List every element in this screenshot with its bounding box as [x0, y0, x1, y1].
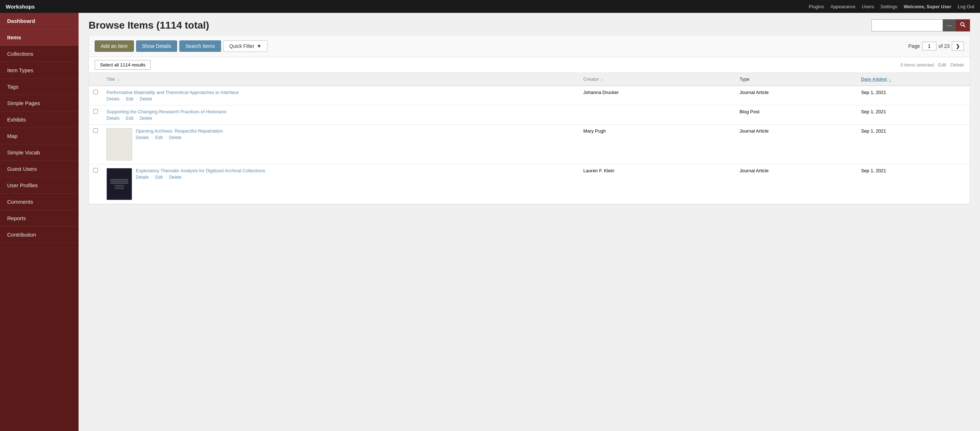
row-date-cell: Sep 1, 2021 [857, 105, 970, 125]
date-sort-link[interactable]: Date Added ↕ [861, 77, 891, 82]
sep: · [136, 96, 137, 102]
layout: Dashboard Items Collections Item Types T… [0, 13, 980, 431]
item-title-link[interactable]: Performative Materiality and Theoretical… [107, 90, 239, 95]
sidebar-item-items[interactable]: Items [0, 29, 79, 46]
table-row: DigitizedArchival Exploratory Thematic A… [89, 164, 970, 204]
search-items-button[interactable]: Search Items [179, 40, 221, 52]
sidebar-item-simple-vocab[interactable]: Simple Vocab [0, 144, 79, 161]
item-actions: Details · Edit · Delete [136, 175, 265, 180]
item-edit-link[interactable]: Edit [126, 116, 134, 121]
bulk-edit-link[interactable]: Edit [938, 62, 946, 67]
items-table: Title ↕ Creator ↕ Type Date Added ↕ [89, 73, 970, 204]
svg-point-0 [961, 22, 964, 26]
table-row: Supporting the Changing Research Practic… [89, 105, 970, 125]
item-delete-link[interactable]: Delete [169, 175, 181, 180]
item-title-link[interactable]: Exploratory Thematic Analysis for Digiti… [136, 168, 265, 173]
title-sort-arrows: ↕ [118, 77, 119, 81]
row-checkbox[interactable] [93, 109, 98, 113]
sep: · [122, 116, 123, 121]
row-date-cell: Sep 1, 2021 [857, 125, 970, 164]
sidebar-item-tags[interactable]: Tags [0, 79, 79, 95]
add-item-button[interactable]: Add an Item [95, 40, 134, 52]
creator-sort-link[interactable]: Creator ↕ [583, 77, 603, 82]
sidebar-item-reports[interactable]: Reports [0, 210, 79, 227]
row-creator-cell: Mary Pugh [579, 125, 735, 164]
header-date-col: Date Added ↕ [857, 73, 970, 86]
sidebar-item-item-types[interactable]: Item Types [0, 62, 79, 79]
quick-filter-button[interactable]: Quick Filter ▼ [223, 40, 268, 52]
creator-sort-arrows: ↕ [601, 77, 603, 81]
search-options-button[interactable]: ⋯ [943, 19, 956, 32]
select-all-button[interactable]: Select all 1114 results [95, 60, 151, 70]
row-date-cell: Sep 1, 2021 [857, 164, 970, 204]
row-title-cell: Opening Archives: Respectful Repatriatio… [102, 125, 579, 164]
item-details-link[interactable]: Details [136, 175, 149, 180]
toolbar: Add an Item Show Details Search Items Qu… [89, 35, 970, 57]
next-page-button[interactable]: ❯ [952, 42, 964, 51]
row-title-cell: Performative Materiality and Theoretical… [102, 86, 579, 105]
topbar-logo[interactable]: Workshops [6, 3, 35, 10]
type-col-label: Type [740, 77, 749, 82]
topbar-right: Plugins Appearance Users Settings Welcom… [809, 4, 974, 9]
select-bar: Select all 1114 results 0 items selected… [89, 57, 970, 73]
chevron-down-icon: ▼ [256, 43, 261, 49]
item-thumbnail: DigitizedArchival [107, 168, 132, 200]
item-details-link[interactable]: Details [107, 116, 119, 121]
item-edit-link[interactable]: Edit [155, 135, 163, 140]
quick-filter-label: Quick Filter [229, 43, 255, 49]
sidebar-item-guest-users[interactable]: Guest Users [0, 161, 79, 177]
item-edit-link[interactable]: Edit [126, 96, 134, 102]
title-text-block: Performative Materiality and Theoretical… [107, 90, 239, 102]
item-delete-link[interactable]: Delete [140, 96, 152, 102]
item-edit-link[interactable]: Edit [155, 175, 163, 180]
sidebar-item-dashboard[interactable]: Dashboard [0, 13, 79, 29]
nav-users[interactable]: Users [862, 4, 874, 9]
sidebar-item-contribution[interactable]: Contribution [0, 227, 79, 243]
thumb-dark-line [110, 179, 128, 180]
show-details-button[interactable]: Show Details [136, 40, 178, 52]
search-input[interactable] [872, 19, 943, 32]
row-checkbox[interactable] [93, 128, 98, 133]
nav-plugins[interactable]: Plugins [809, 4, 824, 9]
item-title-link[interactable]: Supporting the Changing Research Practic… [107, 109, 226, 114]
item-details-link[interactable]: Details [107, 96, 119, 102]
item-details-link[interactable]: Details [136, 135, 149, 140]
topbar-username: Super User [926, 4, 951, 9]
page-number-input[interactable] [922, 42, 936, 50]
nav-appearance[interactable]: Appearance [830, 4, 855, 9]
sidebar-item-map[interactable]: Map [0, 128, 79, 144]
header-title-col: Title ↕ [102, 73, 579, 86]
row-type-cell: Blog Post [735, 105, 857, 125]
item-title-link[interactable]: Opening Archives: Respectful Repatriatio… [136, 128, 223, 134]
page-title: Browse Items (1114 total) [89, 20, 209, 31]
item-delete-link[interactable]: Delete [169, 135, 181, 140]
sep: · [165, 135, 166, 140]
sidebar-item-exhibits[interactable]: Exhibits [0, 112, 79, 128]
item-actions: Details · Edit · Delete [107, 96, 239, 102]
table-row: Performative Materiality and Theoretical… [89, 86, 970, 105]
bulk-delete-link[interactable]: Delete [950, 62, 964, 67]
row-checkbox[interactable] [93, 90, 98, 94]
thumb-dark-line [110, 181, 128, 182]
nav-settings[interactable]: Settings [880, 4, 897, 9]
search-button[interactable] [956, 19, 970, 32]
item-delete-link[interactable]: Delete [140, 116, 152, 121]
sidebar-item-user-profiles[interactable]: User Profiles [0, 177, 79, 194]
content-panel: Add an Item Show Details Search Items Qu… [89, 35, 970, 204]
row-checkbox[interactable] [93, 168, 98, 172]
title-cell-inner: DigitizedArchival Exploratory Thematic A… [107, 168, 574, 200]
sidebar-item-collections[interactable]: Collections [0, 46, 79, 62]
title-text-block: Supporting the Changing Research Practic… [107, 109, 226, 121]
sidebar-item-simple-pages[interactable]: Simple Pages [0, 95, 79, 112]
header-creator-col: Creator ↕ [579, 73, 735, 86]
table-body: Performative Materiality and Theoretical… [89, 86, 970, 204]
row-type-cell: Journal Article [735, 86, 857, 105]
thumb-lines [117, 132, 121, 156]
welcome-label: Welcome, [904, 4, 925, 9]
sidebar-item-comments[interactable]: Comments [0, 194, 79, 210]
item-actions: Details · Edit · Delete [107, 116, 226, 121]
logout-link[interactable]: Log Out [958, 4, 974, 9]
row-checkbox-cell [89, 86, 102, 105]
sep: · [122, 96, 123, 102]
title-sort-link[interactable]: Title ↕ [107, 77, 119, 82]
